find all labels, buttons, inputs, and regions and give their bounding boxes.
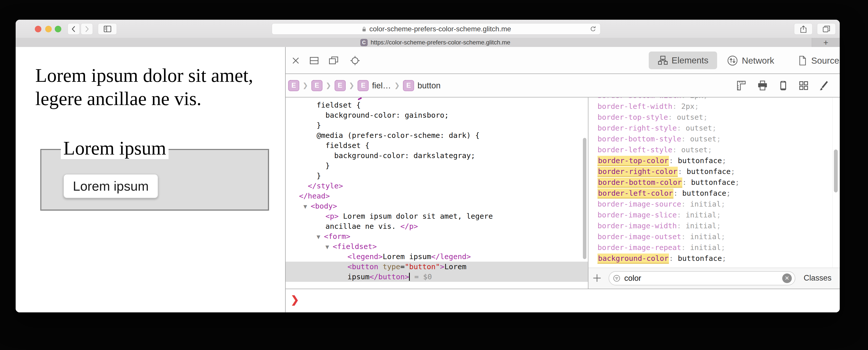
css-property-row[interactable]: border-left-color: buttonface; bbox=[597, 188, 825, 199]
breadcrumb-item-fieldset[interactable]: fiel… bbox=[372, 81, 391, 90]
dom-tree-line[interactable]: } bbox=[286, 120, 588, 130]
tab-network[interactable]: Network bbox=[727, 47, 774, 74]
dom-tree-line[interactable]: <legend>Lorem ipsum</legend> bbox=[286, 252, 588, 262]
css-property-name[interactable]: border-left-width bbox=[597, 102, 673, 111]
zoom-window-button[interactable] bbox=[55, 26, 61, 32]
css-property-value[interactable]: 2px bbox=[681, 102, 694, 111]
clear-filter-button[interactable]: ✕ bbox=[782, 273, 792, 283]
styles-filter-input[interactable]: color ✕ bbox=[609, 271, 795, 285]
paint-flashing-icon[interactable] bbox=[819, 80, 829, 91]
tab-sources[interactable]: Sources bbox=[797, 47, 840, 74]
css-property-row[interactable]: border-right-color: buttonface; bbox=[597, 166, 825, 177]
css-property-name[interactable]: border-bottom-style bbox=[597, 135, 681, 143]
css-property-row[interactable]: border-right-style: outset; bbox=[597, 123, 825, 134]
styles-scrollbar-thumb[interactable] bbox=[834, 149, 838, 193]
console-prompt-row[interactable]: ❯ bbox=[286, 289, 840, 312]
dom-tree-line[interactable]: </style> bbox=[286, 181, 588, 191]
dom-tree-line[interactable]: @media (prefers-color-scheme: dark) { bbox=[286, 130, 588, 140]
css-property-value[interactable]: initial bbox=[690, 243, 721, 252]
css-property-row[interactable]: border-bottom-style: outset; bbox=[597, 134, 825, 144]
close-devtools-button[interactable] bbox=[291, 47, 301, 74]
tab-elements[interactable]: Elements bbox=[649, 52, 717, 69]
css-property-value[interactable]: buttonface bbox=[682, 189, 726, 198]
close-window-button[interactable] bbox=[35, 26, 41, 32]
css-property-name[interactable]: border-image-outset bbox=[597, 232, 681, 241]
css-property-row[interactable]: border-top-style: outset; bbox=[597, 112, 825, 123]
back-button[interactable] bbox=[68, 23, 80, 35]
css-property-value[interactable]: outset bbox=[677, 113, 703, 121]
dom-tree-line[interactable]: background-color: darkslategray; bbox=[286, 150, 588, 161]
css-property-value[interactable]: initial bbox=[690, 232, 721, 241]
add-rule-button[interactable] bbox=[591, 272, 602, 284]
element-picker-button[interactable] bbox=[349, 47, 361, 74]
dom-tree-line[interactable]: } bbox=[286, 161, 588, 171]
css-property-name[interactable]: border-top-style bbox=[597, 113, 668, 121]
css-property-value[interactable]: 2px bbox=[690, 97, 703, 100]
dom-tree-line[interactable]: fieldset { bbox=[286, 100, 588, 110]
css-property-name[interactable]: border-bottom-color bbox=[597, 177, 682, 187]
dom-tree-line[interactable]: </head> bbox=[286, 191, 588, 201]
minimize-window-button[interactable] bbox=[45, 26, 52, 32]
css-property-value[interactable]: initial bbox=[686, 222, 716, 230]
css-property-row[interactable]: border-top-color: buttonface; bbox=[597, 155, 825, 166]
css-property-value[interactable]: outset bbox=[681, 145, 708, 154]
css-property-name[interactable]: border-image-source bbox=[597, 200, 681, 208]
css-property-row[interactable]: border-image-repeat: initial; bbox=[597, 242, 825, 253]
css-property-row[interactable]: border-bottom-color: buttonface; bbox=[597, 177, 825, 188]
css-property-value[interactable]: buttonface bbox=[691, 178, 735, 186]
device-emulation-icon[interactable] bbox=[778, 80, 788, 91]
css-property-value[interactable]: outset bbox=[690, 135, 717, 143]
css-property-row[interactable]: border-left-style: outset; bbox=[597, 144, 825, 155]
undock-button[interactable] bbox=[328, 47, 339, 74]
dom-tree-line[interactable]: <p> Lorem ipsum dolor sit amet, legere bbox=[286, 211, 588, 221]
css-property-value[interactable]: buttonface bbox=[687, 167, 731, 176]
dom-tree-line[interactable]: fieldset { bbox=[286, 140, 588, 150]
dom-tree-line[interactable]: ▼ <fieldset> bbox=[286, 241, 588, 252]
breadcrumb-element-badge[interactable]: E bbox=[335, 80, 346, 91]
reload-icon[interactable] bbox=[589, 25, 597, 33]
css-property-name[interactable]: border-bottom-width bbox=[597, 97, 681, 100]
dom-tree-line[interactable]: } bbox=[286, 171, 588, 181]
css-property-name[interactable]: border-image-repeat bbox=[597, 243, 681, 252]
css-property-row[interactable]: border-image-slice: initial; bbox=[597, 210, 825, 221]
css-property-row[interactable]: border-image-outset: initial; bbox=[597, 231, 825, 242]
dom-tree-line[interactable]: background-color: gainsboro; bbox=[286, 110, 588, 120]
css-property-row[interactable]: border-image-width: initial; bbox=[597, 221, 825, 231]
css-property-row[interactable]: border-left-width: 2px; bbox=[597, 101, 825, 112]
css-property-name[interactable]: background-color bbox=[597, 254, 669, 264]
css-property-row[interactable]: background-color: buttonface; bbox=[597, 253, 825, 264]
classes-toggle-button[interactable]: Classes bbox=[804, 273, 831, 283]
dom-tree-line-selected[interactable]: <button type="button">Lorem bbox=[286, 262, 588, 272]
css-property-name[interactable]: border-right-color bbox=[597, 167, 678, 177]
css-property-value[interactable]: buttonface bbox=[678, 156, 722, 165]
dom-tree-line[interactable]: ▼ <form> bbox=[286, 231, 588, 241]
url-bar[interactable]: color-scheme-prefers-color-scheme.glitch… bbox=[272, 23, 600, 35]
css-property-name[interactable]: border-top-color bbox=[597, 156, 669, 166]
css-property-name[interactable]: border-image-width bbox=[597, 222, 677, 230]
code-scrollbar-thumb[interactable] bbox=[583, 138, 586, 259]
print-emulation-icon[interactable] bbox=[757, 80, 768, 91]
css-property-value[interactable]: buttonface bbox=[678, 254, 722, 263]
dom-tree-line[interactable]: ancillae ne vis. </p> bbox=[286, 221, 588, 231]
breadcrumb-item-button[interactable]: button bbox=[417, 81, 440, 90]
css-property-row[interactable]: border-image-source: initial; bbox=[597, 199, 825, 210]
breadcrumb-element-badge[interactable]: E bbox=[403, 80, 414, 91]
css-property-name[interactable]: border-image-slice bbox=[597, 211, 677, 219]
css-property-row[interactable]: border-bottom-width: 2px; bbox=[597, 97, 825, 101]
tab-overview-button[interactable] bbox=[817, 23, 836, 35]
css-property-name[interactable]: border-right-style bbox=[597, 124, 677, 132]
dom-tree-line-selected[interactable]: ipsum</button> = $0 bbox=[286, 272, 588, 282]
css-property-value[interactable]: initial bbox=[690, 200, 721, 208]
sidebar-toggle-button[interactable] bbox=[98, 23, 117, 35]
dom-tree-line[interactable]: ▼ <body> bbox=[286, 201, 588, 211]
new-tab-button[interactable]: + bbox=[812, 38, 840, 47]
grid-overlay-icon[interactable] bbox=[798, 80, 809, 91]
breadcrumb-element-badge[interactable]: E bbox=[311, 80, 322, 91]
dock-side-button[interactable] bbox=[309, 47, 320, 74]
share-button[interactable] bbox=[794, 23, 812, 35]
ruler-icon[interactable] bbox=[736, 80, 747, 91]
page-button[interactable]: Lorem ipsum bbox=[63, 174, 158, 198]
forward-button[interactable] bbox=[81, 23, 93, 35]
breadcrumb-element-badge[interactable]: E bbox=[358, 80, 369, 91]
css-property-value[interactable]: initial bbox=[686, 211, 716, 219]
